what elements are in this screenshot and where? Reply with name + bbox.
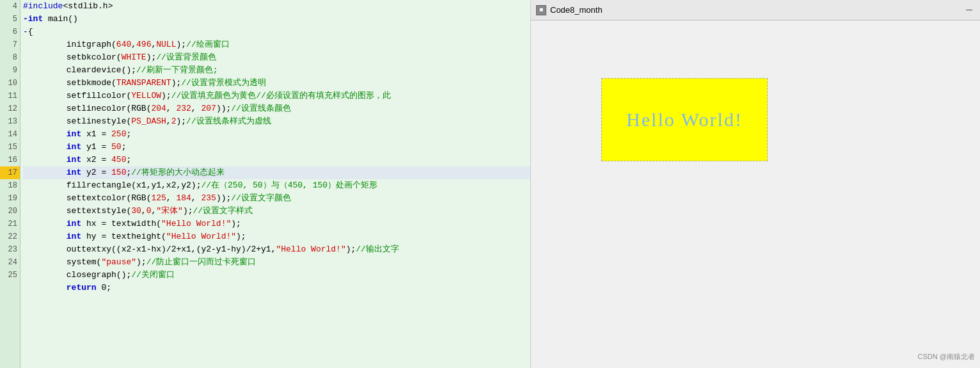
- line-num-15: 15: [0, 141, 20, 154]
- line-num-14: 14: [0, 128, 20, 141]
- code-line-23: outtextxy((x2-x1-hx)/2+x1,(y2-y1-hy)/2+y…: [23, 243, 530, 256]
- code-line-19: settextcolor(RGB(125, 184, 235));//设置文字颜…: [23, 192, 530, 205]
- code-line-22: int hy = textheight("Hello World!");: [23, 230, 530, 243]
- line-num-9: 9: [0, 64, 20, 77]
- line-num-7: 7: [0, 38, 20, 51]
- code-content: 4 5 6 7 8 9 10 11 12 13 14 15 16 17 18 1…: [0, 0, 530, 368]
- line-num-24: 24: [0, 256, 20, 269]
- code-line-7: initgraph(640,496,NULL);//绘画窗口: [23, 38, 530, 51]
- line-numbers: 4 5 6 7 8 9 10 11 12 13 14 15 16 17 18 1…: [0, 0, 20, 368]
- code-line-10: setbkmode(TRANSPARENT);//设置背景模式为透明: [23, 77, 530, 90]
- line-num-17: 17: [0, 166, 20, 179]
- code-lines: #include<stdlib.h> -int main() -{ initgr…: [20, 0, 530, 368]
- code-line-6: -{: [23, 26, 530, 38]
- output-title-left: ■ Code8_month: [536, 5, 603, 15]
- code-editor[interactable]: 4 5 6 7 8 9 10 11 12 13 14 15 16 17 18 1…: [0, 0, 531, 368]
- line-num-13: 13: [0, 115, 20, 128]
- code-line-17: int y2 = 150;//将矩形的大小动态起来: [23, 166, 530, 179]
- line-num-blank: [0, 282, 20, 294]
- code-line-9: cleardevice();//刷新一下背景颜色;: [23, 64, 530, 77]
- code-line-21: int hx = textwidth("Hello World!");: [23, 218, 530, 230]
- line-num-25: 25: [0, 269, 20, 282]
- line-num-22: 22: [0, 230, 20, 243]
- code-line-18: fillrectangle(x1,y1,x2,y2);//在（250, 50）与…: [23, 179, 530, 192]
- line-num-11: 11: [0, 90, 20, 102]
- line-num-8: 8: [0, 51, 20, 64]
- hello-world-text: Hello World!: [626, 109, 743, 131]
- line-num-21: 21: [0, 218, 20, 230]
- hello-rectangle: Hello World!: [601, 78, 768, 161]
- output-titlebar: ■ Code8_month —: [531, 0, 980, 20]
- window-icon: ■: [536, 5, 546, 15]
- output-canvas: Hello World! CSDN @南猿北者: [531, 20, 980, 368]
- code-line-24: system("pause");//防止窗口一闪而过卡死窗口: [23, 256, 530, 269]
- minimize-button[interactable]: —: [963, 4, 975, 16]
- code-line-20: settextstyle(30,0,"宋体");//设置文字样式: [23, 205, 530, 218]
- code-line-8: setbkcolor(WHITE);//设置背景颜色: [23, 51, 530, 64]
- line-num-6: 6: [0, 26, 20, 38]
- code-line-25: closegraph();//关闭窗口: [23, 269, 530, 282]
- line-num-12: 12: [0, 102, 20, 115]
- line-num-18: 18: [0, 179, 20, 192]
- output-title-text: Code8_month: [550, 5, 603, 15]
- line-num-10: 10: [0, 77, 20, 90]
- line-num-20: 20: [0, 205, 20, 218]
- code-line-return: return 0;: [23, 282, 530, 294]
- code-line-14: int x1 = 250;: [23, 128, 530, 141]
- code-line-12: setlinecolor(RGB(204, 232, 207));//设置线条颜…: [23, 102, 530, 115]
- line-num-16: 16: [0, 154, 20, 166]
- line-num-23: 23: [0, 243, 20, 256]
- code-line-13: setlinestyle(PS_DASH,2);//设置线条样式为虚线: [23, 115, 530, 128]
- code-line-16: int x2 = 450;: [23, 154, 530, 166]
- output-panel: ■ Code8_month — Hello World! CSDN @南猿北者: [531, 0, 980, 368]
- code-line-5: -int main(): [23, 13, 530, 26]
- code-line-15: int y1 = 50;: [23, 141, 530, 154]
- csdn-watermark: CSDN @南猿北者: [918, 352, 975, 362]
- line-num-5: 5: [0, 13, 20, 26]
- line-num-19: 19: [0, 192, 20, 205]
- line-num-4: 4: [0, 0, 20, 13]
- code-line-4: #include<stdlib.h>: [23, 0, 530, 13]
- code-line-11: setfillcolor(YELLOW);//设置填充颜色为黄色//必须设置的有…: [23, 90, 530, 102]
